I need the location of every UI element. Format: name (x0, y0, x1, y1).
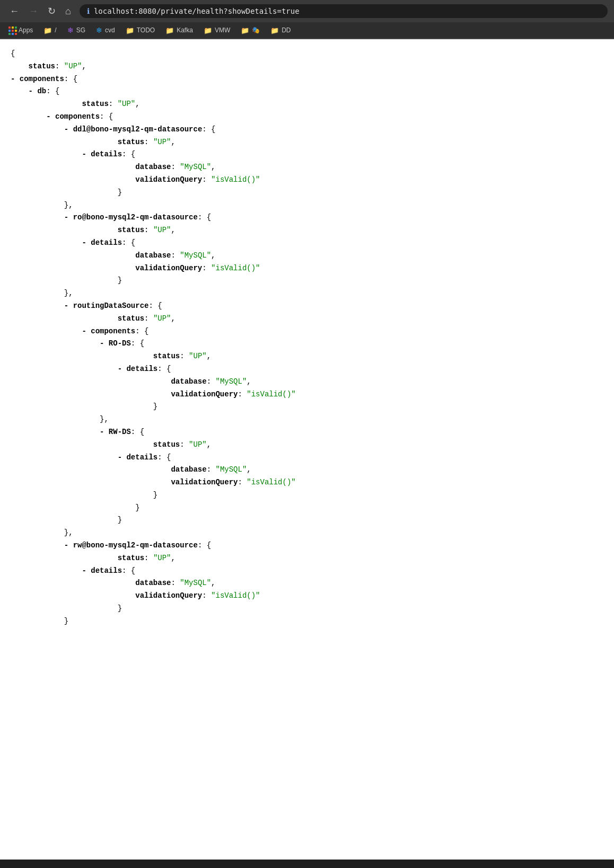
json-line: validationQuery: "isValid()" (11, 388, 603, 401)
json-line: - RO-DS: { (11, 338, 603, 350)
folder-icon-slash: 📁 (43, 26, 52, 34)
refresh-button[interactable]: ↻ (45, 4, 59, 18)
json-line: status: "UP", (11, 313, 603, 325)
json-line: } (11, 502, 603, 515)
bookmark-sg[interactable]: ❄ SG (63, 24, 90, 36)
browser-toolbar: ← → ↻ ⌂ ℹ localhost:8080/private/health?… (0, 0, 614, 22)
browser-chrome: ← → ↻ ⌂ ℹ localhost:8080/private/health?… (0, 0, 614, 39)
address-bar[interactable]: ℹ localhost:8080/private/health?showDeta… (80, 4, 608, 18)
bookmark-dd[interactable]: 📁 DD (266, 25, 295, 36)
folder-icon-dd: 📁 (270, 26, 279, 34)
json-line: - routingDataSource: { (11, 300, 603, 313)
json-line: } (11, 615, 603, 628)
json-line: - details: { (11, 148, 603, 161)
bookmark-emoji[interactable]: 📁 🎭 (236, 25, 264, 36)
json-line: }, (11, 199, 603, 212)
json-line: } (11, 489, 603, 502)
nav-buttons: ← → ↻ ⌂ (6, 4, 74, 18)
bookmark-vmw-label: VMW (215, 26, 230, 34)
bookmark-slash[interactable]: 📁 / (39, 25, 60, 36)
folder-emoji-icon: 📁 (241, 26, 249, 34)
json-line: - details: { (11, 565, 603, 578)
home-button[interactable]: ⌂ (62, 4, 74, 18)
apps-grid-icon (8, 26, 16, 34)
page-content: { status: "UP",- components: { - db: { s… (0, 39, 614, 860)
json-line: database: "MySQL", (11, 577, 603, 590)
bookmark-apps[interactable]: Apps (4, 25, 37, 36)
bookmark-emoji-label: 🎭 (252, 26, 260, 34)
json-line: - components: { (11, 73, 603, 86)
json-line: }, (11, 413, 603, 426)
json-line: status: "UP", (11, 439, 603, 451)
json-line: } (11, 187, 603, 199)
folder-icon-todo: 📁 (126, 26, 134, 34)
json-line: }, (11, 527, 603, 539)
snowflake-icon-sg: ❄ (67, 26, 74, 34)
json-line: - components: { (11, 111, 603, 123)
json-line: } (11, 603, 603, 615)
snowflake-icon-cvd: ❄ (96, 26, 102, 34)
json-line: - components: { (11, 325, 603, 338)
json-line: { (11, 48, 603, 60)
json-line: - ddl@bono-mysql2-qm-datasource: { (11, 123, 603, 136)
json-line: }, (11, 287, 603, 300)
bookmark-todo[interactable]: 📁 TODO (121, 25, 159, 36)
back-button[interactable]: ← (6, 4, 22, 18)
json-line: - details: { (11, 363, 603, 376)
json-line: validationQuery: "isValid()" (11, 476, 603, 489)
json-line: database: "MySQL", (11, 464, 603, 476)
json-line: - RW-DS: { (11, 426, 603, 439)
json-line: status: "UP", (11, 552, 603, 565)
folder-icon-vmw: 📁 (204, 26, 212, 34)
bookmark-cvd[interactable]: ❄ cvd (92, 24, 119, 36)
bookmark-todo-label: TODO (137, 26, 155, 34)
json-line: - db: { (11, 85, 603, 98)
json-line: - details: { (11, 451, 603, 464)
bookmark-sg-label: SG (76, 26, 85, 34)
bookmark-cvd-label: cvd (105, 26, 115, 34)
bookmark-slash-label: / (55, 26, 56, 34)
json-line: status: "UP", (11, 136, 603, 149)
url-text: localhost:8080/private/health?showDetail… (94, 7, 300, 15)
json-line: } (11, 401, 603, 413)
bookmarks-bar: Apps 📁 / ❄ SG ❄ cvd 📁 TODO 📁 Kafka (0, 22, 614, 39)
json-line: status: "UP", (11, 98, 603, 111)
folder-icon-kafka: 📁 (165, 26, 174, 34)
json-line: - ro@bono-mysql2-qm-datasource: { (11, 211, 603, 224)
bookmark-vmw[interactable]: 📁 VMW (199, 25, 234, 36)
json-line: database: "MySQL", (11, 250, 603, 262)
forward-button[interactable]: → (25, 4, 41, 18)
json-line: database: "MySQL", (11, 161, 603, 174)
json-line: status: "UP", (11, 350, 603, 363)
json-line: - rw@bono-mysql2-qm-datasource: { (11, 539, 603, 552)
json-line: database: "MySQL", (11, 376, 603, 388)
bookmark-kafka[interactable]: 📁 Kafka (161, 25, 197, 36)
json-line: - details: { (11, 237, 603, 250)
bookmark-dd-label: DD (282, 26, 291, 34)
json-line: status: "UP", (11, 224, 603, 237)
json-line: } (11, 274, 603, 287)
json-line: validationQuery: "isValid()" (11, 262, 603, 275)
json-line: validationQuery: "isValid()" (11, 174, 603, 187)
json-line: validationQuery: "isValid()" (11, 590, 603, 603)
bookmark-kafka-label: Kafka (177, 26, 193, 34)
bookmark-apps-label: Apps (19, 26, 33, 34)
json-line: } (11, 514, 603, 527)
json-line: status: "UP", (11, 60, 603, 73)
security-icon: ℹ (87, 7, 90, 15)
